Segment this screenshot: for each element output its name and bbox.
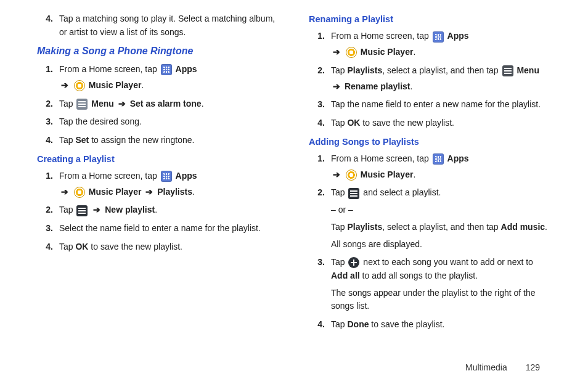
step-number: 4. [309,318,325,332]
step-number: 2. [37,97,53,111]
music-player-icon [346,169,357,181]
step-text: Tap Done to save the playlist. [331,319,444,329]
step-text: Select the name field to enter a name fo… [59,223,261,233]
step-number: 3. [37,115,53,129]
apps-icon [433,31,444,43]
menu-icon [76,99,88,110]
step-text: Tap Playlists, select a playlist, and th… [331,221,551,234]
list-item: 1. From a Home screen, tap Apps ➔ Music … [325,30,551,59]
step-sub: ➔ Music Player. [331,46,551,59]
music-player-icon [74,187,85,198]
list-item: 4. Tap a matching song to play it. Selec… [53,12,279,39]
add-icon [348,257,359,268]
menu-icon [502,65,513,76]
list-item: 1. From a Home screen, tap Apps ➔ Music … [325,152,551,181]
step-number: 1. [309,152,325,166]
step-number: 2. [37,203,53,217]
step-text: Tap the name field to enter a new name f… [331,99,541,109]
list-item: 4. Tap Set to assign the new ringtone. [53,134,279,147]
footer-section: Multimedia [465,362,507,372]
step-text: Tap Menu ➔ Set as alarm tone. [59,99,204,108]
step-text: Tap the desired song. [59,116,142,126]
list-item: 2. Tap and select a playlist. – or – Tap… [325,186,551,251]
step-text: From a Home screen, tap Apps [59,171,197,181]
step-sub: ➔ Music Player. [331,168,551,182]
list-item: 4. Tap OK to save the new playlist. [325,116,551,130]
step-number: 3. [309,98,325,112]
list-item: 4. Tap Done to save the playlist. [325,318,551,332]
menu-icon [76,205,88,216]
step-sub: ➔ Music Player. [59,79,279,92]
list-item: 3. Tap the name field to enter a new nam… [325,98,551,112]
music-player-icon [74,80,85,91]
list-item: 1. From a Home screen, tap Apps ➔ Music … [53,63,279,92]
step-number: 4. [309,116,325,130]
step-number: 4. [37,12,53,26]
step-number: 1. [309,30,325,43]
menu-icon [348,188,359,199]
list-item: 3. Select the name field to enter a name… [53,222,279,235]
step-text: Tap ➔ New playlist. [59,205,157,214]
list-item: 2. Tap ➔ New playlist. [53,203,279,217]
step-text: Tap a matching song to play it. Select a… [59,14,275,37]
step-text: Tap next to each song you want to add or… [331,257,533,280]
step-number: 3. [37,222,53,235]
section-heading-ringtone: Making a Song a Phone Ringtone [37,44,279,59]
step-text: From a Home screen, tap Apps [331,153,469,163]
list-item: 4. Tap OK to save the new playlist. [53,240,279,254]
step-sub: ➔ Music Player ➔ Playlists. [59,186,279,199]
step-number: 1. [37,63,53,76]
step-text: From a Home screen, tap Apps [59,64,197,74]
section-heading-rename-playlist: Renaming a Playlist [309,12,551,26]
step-text: Tap Playlists, select a playlist, and th… [331,65,539,75]
list-item: 3. Tap the desired song. [53,115,279,129]
step-text: Tap OK to save the new playlist. [331,118,454,128]
step-number: 2. [309,64,325,78]
apps-icon [161,64,172,75]
step-number: 1. [37,169,53,183]
list-item: 2. Tap Menu ➔ Set as alarm tone. [53,97,279,111]
list-item: 3. Tap next to each song you want to add… [325,256,551,313]
step-sub: ➔ Rename playlist. [331,80,551,94]
page-number: 129 [526,362,540,372]
step-text: Tap Set to assign the new ringtone. [59,135,195,145]
step-number: 4. [37,240,53,254]
apps-icon [161,171,172,182]
step-text: From a Home screen, tap Apps [331,31,469,41]
step-number: 3. [309,256,325,269]
section-heading-add-songs: Adding Songs to Playlists [309,135,551,149]
step-text: All songs are displayed. [331,238,551,251]
step-text: Tap OK to save the new playlist. [59,242,182,251]
step-number: 2. [309,186,325,200]
step-or: – or – [331,203,551,217]
music-player-icon [346,47,357,58]
section-heading-create-playlist: Creating a Playlist [37,152,279,166]
step-text: Tap and select a playlist. [331,187,441,197]
step-text: The songs appear under the playlist to t… [331,287,551,313]
list-item: 1. From a Home screen, tap Apps ➔ Music … [53,169,279,198]
apps-icon [433,153,444,165]
list-item: 2. Tap Playlists, select a playlist, and… [325,64,551,93]
page-footer: Multimedia 129 [465,362,540,372]
step-number: 4. [37,134,53,147]
